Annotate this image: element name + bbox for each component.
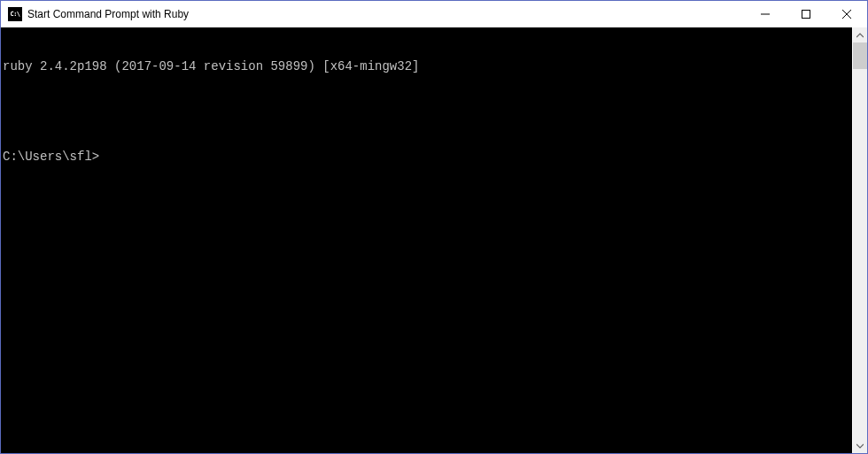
app-icon: C:\ <box>8 7 22 21</box>
vertical-scrollbar[interactable] <box>852 27 867 453</box>
svg-rect-1 <box>802 11 810 19</box>
terminal-prompt: C:\Users\sfl> <box>3 150 852 165</box>
app-icon-text: C:\ <box>10 11 19 18</box>
minimize-icon <box>761 10 770 19</box>
scroll-down-button[interactable] <box>853 438 867 453</box>
scroll-up-button[interactable] <box>853 27 867 42</box>
close-icon <box>842 10 851 19</box>
maximize-button[interactable] <box>786 1 826 27</box>
content-area: ruby 2.4.2p198 (2017-09-14 revision 5989… <box>1 27 867 453</box>
minimize-button[interactable] <box>745 1 786 27</box>
maximize-icon <box>802 10 810 19</box>
terminal-output[interactable]: ruby 2.4.2p198 (2017-09-14 revision 5989… <box>1 27 852 453</box>
close-button[interactable] <box>826 1 867 27</box>
window-title: Start Command Prompt with Ruby <box>27 8 745 20</box>
window-controls <box>745 1 867 27</box>
chevron-up-icon <box>856 32 864 39</box>
chevron-down-icon <box>856 442 864 450</box>
titlebar[interactable]: C:\ Start Command Prompt with Ruby <box>1 1 867 27</box>
scroll-track[interactable] <box>853 42 867 438</box>
app-window: C:\ Start Command Prompt with Ruby ruby … <box>0 0 868 454</box>
scroll-thumb[interactable] <box>853 42 867 69</box>
terminal-line: ruby 2.4.2p198 (2017-09-14 revision 5989… <box>3 59 852 74</box>
terminal-line <box>3 104 852 119</box>
